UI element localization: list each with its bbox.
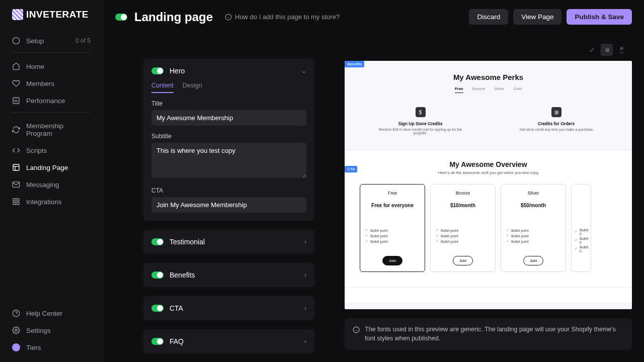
cta-tag: CTA — [345, 166, 357, 172]
cta-toggle[interactable] — [151, 305, 164, 312]
desktop-view-button[interactable]: 🖥 — [601, 44, 613, 56]
circle-icon — [12, 37, 20, 45]
tier-card-bronze: Bronze $10/month Bullet point Bullet poi… — [430, 184, 496, 272]
svg-point-15 — [15, 329, 17, 331]
cta-input[interactable] — [151, 197, 306, 213]
panel-header[interactable]: Hero ⌄ — [151, 67, 306, 75]
view-page-button[interactable]: View Page — [513, 9, 561, 25]
bullet: Bullet point — [436, 234, 490, 238]
expand-button[interactable]: ⤢ — [586, 44, 598, 56]
help-icon — [12, 309, 20, 317]
benefit-tab-free[interactable]: Free — [455, 86, 463, 93]
panel-header: CTA › — [151, 304, 306, 312]
faq-toggle[interactable] — [151, 338, 164, 345]
sidebar: INVETERATE Setup 0 of 5 Home Members Per… — [0, 0, 103, 362]
main: Landing page How do I add this page to m… — [103, 0, 644, 362]
bullet: Bullet point — [365, 239, 420, 243]
logo[interactable]: INVETERATE — [6, 9, 97, 20]
page-title: Landing page — [134, 10, 213, 24]
nav-settings[interactable]: Settings — [6, 322, 97, 339]
bullet: Bullet point — [365, 228, 420, 232]
mail-icon — [12, 180, 20, 189]
info-icon — [353, 326, 360, 333]
svg-rect-9 — [13, 199, 16, 201]
gear-icon — [12, 326, 20, 334]
svg-rect-11 — [17, 202, 19, 205]
nav-scripts[interactable]: Scripts — [6, 142, 97, 159]
tier-name: Free — [365, 191, 420, 196]
bullet: Bullet point — [436, 228, 490, 232]
title-label: Title — [151, 100, 306, 107]
tier-price: $50/month — [506, 203, 560, 208]
code-icon — [12, 146, 20, 154]
nav-label: Members — [26, 80, 54, 87]
svg-point-0 — [13, 37, 19, 44]
info-text: The fonts used in this preview are gener… — [365, 325, 624, 343]
join-button[interactable]: Join — [453, 256, 473, 265]
chevron-right-icon[interactable]: › — [304, 305, 306, 312]
nav-label: Home — [26, 63, 44, 70]
panel-benefits[interactable]: Benefits › — [143, 263, 314, 287]
mobile-view-button[interactable]: 📱 — [616, 44, 628, 56]
nav-performance[interactable]: Performance — [6, 92, 97, 109]
benefit-tab-gold[interactable]: Gold — [513, 86, 522, 93]
panel-cta[interactable]: CTA › — [143, 296, 314, 320]
hero-toggle[interactable] — [151, 67, 164, 74]
panel-hero: Hero ⌄ Content Design Title Subtitle Thi… — [143, 59, 314, 221]
nav-help-center[interactable]: Help Center — [6, 305, 97, 322]
nav-members[interactable]: Members — [6, 75, 97, 92]
page-toggle[interactable] — [115, 14, 127, 21]
layout-icon — [12, 163, 20, 171]
panel-title: CTA — [170, 304, 183, 312]
chevron-down-icon[interactable]: ⌄ — [301, 67, 306, 74]
publish-save-button[interactable]: Publish & Save — [567, 9, 632, 25]
nav-messaging[interactable]: Messaging — [6, 176, 97, 193]
divider — [12, 52, 91, 53]
nav-setup[interactable]: Setup 0 of 5 — [6, 32, 97, 49]
cta-label: CTA — [151, 187, 306, 194]
discard-button[interactable]: Discard — [469, 9, 508, 25]
tab-content[interactable]: Content — [151, 82, 174, 93]
benefit-tab-silver[interactable]: Silver — [494, 86, 504, 93]
nav-tiers[interactable]: Tiers — [6, 339, 97, 356]
nav-label: Tiers — [26, 344, 41, 351]
tab-design[interactable]: Design — [183, 82, 202, 93]
nav-label: Settings — [26, 327, 51, 334]
benefit-tab-bronze[interactable]: Bronze — [472, 86, 485, 93]
nav-home[interactable]: Home — [6, 58, 97, 75]
bullet: Bullet p — [575, 245, 591, 252]
join-button[interactable]: Join — [523, 256, 544, 265]
nav-integrations[interactable]: Integrations — [6, 193, 97, 210]
bullet: Bullet p — [575, 237, 591, 244]
nav-membership-program[interactable]: Membership Program — [6, 118, 97, 142]
tier-card-partial: Bullet p Bullet p Bullet p — [571, 184, 591, 272]
bullet: Bullet point — [506, 234, 560, 238]
tier-price — [575, 203, 591, 208]
help-link[interactable]: How do I add this page to my store? — [225, 13, 340, 21]
editor-column: Hero ⌄ Content Design Title Subtitle Thi… — [143, 34, 314, 350]
tier-price: Free for everyone — [365, 203, 420, 208]
nav-label: Landing Page — [26, 164, 68, 171]
svg-rect-12 — [13, 202, 16, 205]
preview-cta-section: My Awesome Overview Here's all the aweso… — [345, 150, 632, 287]
panel-header: Benefits › — [151, 271, 306, 279]
testimonial-toggle[interactable] — [151, 238, 164, 245]
chevron-right-icon[interactable]: › — [304, 338, 306, 345]
panel-testimonial[interactable]: Testimonial › — [143, 230, 314, 254]
join-button[interactable]: Join — [382, 256, 403, 265]
chevron-right-icon[interactable]: › — [304, 238, 306, 245]
benefits-toggle[interactable] — [151, 272, 164, 279]
subtitle-input[interactable]: This is where you test copy — [151, 143, 306, 178]
title-input[interactable] — [151, 110, 306, 126]
panel-title: Testimonial — [170, 238, 205, 246]
panel-faq[interactable]: FAQ › — [143, 329, 314, 353]
setup-count: 0 of 5 — [75, 37, 91, 44]
chevron-right-icon[interactable]: › — [304, 272, 306, 279]
svg-rect-5 — [13, 164, 19, 170]
benefits-title: My Awesome Perks — [365, 73, 612, 81]
preview-column: ⤢ 🖥 📱 Benefits My Awesome Perks Free Bro… — [345, 34, 632, 350]
nav-landing-page[interactable]: Landing Page — [6, 159, 97, 176]
refresh-icon — [12, 126, 20, 134]
header: Landing page How do I add this page to m… — [103, 0, 644, 34]
tier-bullets: Bullet point Bullet point Bullet point — [436, 228, 490, 245]
